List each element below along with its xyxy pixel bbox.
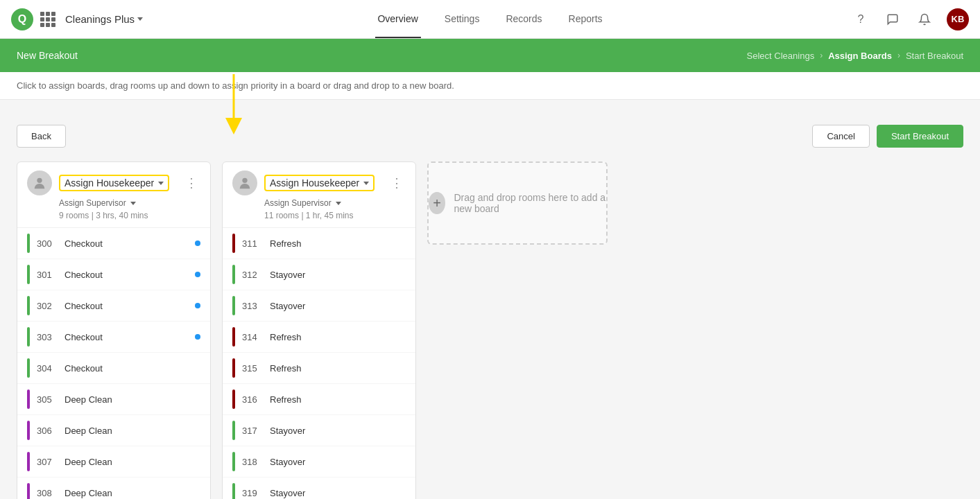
room-color-bar: [27, 452, 30, 471]
room-type: Refresh: [270, 238, 406, 249]
room-number: 311: [242, 238, 263, 249]
message-icon[interactable]: [883, 10, 902, 29]
room-type: Checkout: [65, 270, 188, 280]
room-number: 313: [242, 301, 263, 311]
room-type: Checkout: [65, 238, 188, 249]
dot-indicator: [195, 334, 200, 340]
board-1-room-item[interactable]: 306 Deep Clean: [17, 415, 210, 446]
board-1-room-item[interactable]: 307 Deep Clean: [17, 446, 210, 478]
breadcrumb-assign-boards[interactable]: Assign Boards: [828, 51, 892, 61]
board-1-room-item[interactable]: 300 Checkout: [17, 228, 210, 259]
room-number: 304: [37, 363, 58, 374]
board-2-room-item[interactable]: 316 Refresh: [223, 384, 415, 415]
board-2-room-item[interactable]: 318 Stayover: [223, 446, 415, 478]
room-type: Checkout: [65, 301, 188, 311]
svg-point-2: [37, 178, 42, 183]
top-nav: Q Cleanings Plus Overview Settings Recor…: [0, 0, 980, 39]
board-1-housekeeper-btn[interactable]: Assign Housekeeper: [59, 175, 169, 191]
room-type: Deep Clean: [65, 426, 200, 436]
room-number: 300: [37, 238, 58, 249]
room-type: Refresh: [270, 394, 406, 405]
tab-settings[interactable]: Settings: [442, 1, 483, 38]
room-type: Stayover: [270, 426, 406, 436]
tab-reports[interactable]: Reports: [566, 1, 605, 38]
room-number: 302: [37, 301, 58, 311]
room-type: Deep Clean: [65, 457, 200, 467]
board-1-room-item[interactable]: 302 Checkout: [17, 290, 210, 322]
board-1-housekeeper-row: Assign Housekeeper: [27, 170, 182, 195]
app-name[interactable]: Cleanings Plus: [65, 13, 143, 25]
new-board-placeholder[interactable]: + Drag and drop rooms here to add a new …: [427, 161, 608, 245]
main-content: Back Cancel Start Breakout A: [0, 100, 980, 499]
room-type: Deep Clean: [65, 488, 200, 498]
back-button[interactable]: Back: [17, 125, 66, 148]
board-1-room-item[interactable]: 305 Deep Clean: [17, 384, 210, 415]
board-2-room-item[interactable]: 315 Refresh: [223, 353, 415, 384]
board-1-housekeeper-chevron: [158, 182, 164, 185]
action-bar: Back Cancel Start Breakout: [17, 125, 963, 148]
logo: Q: [11, 8, 33, 30]
room-color-bar: [232, 358, 235, 378]
breadcrumb-start-breakout[interactable]: Start Breakout: [906, 51, 963, 61]
room-type: Stayover: [270, 457, 406, 467]
board-1-room-item[interactable]: 304 Checkout: [17, 353, 210, 384]
help-icon[interactable]: ?: [851, 10, 870, 29]
room-number: 306: [37, 426, 58, 436]
board-1-room-item[interactable]: 301 Checkout: [17, 259, 210, 290]
breadcrumb-steps: Select Cleanings › Assign Boards › Start…: [747, 51, 963, 61]
arrow-annotation: [220, 74, 248, 137]
board-1-supervisor-row[interactable]: Assign Supervisor: [59, 198, 200, 208]
dot-indicator: [195, 272, 200, 277]
room-number: 301: [37, 270, 58, 280]
svg-point-3: [242, 178, 247, 183]
board-2-room-list: 311 Refresh 312 Stayover 313 Stayover 31…: [223, 227, 415, 499]
room-number: 317: [242, 426, 263, 436]
board-2-room-item[interactable]: 317 Stayover: [223, 415, 415, 446]
room-color-bar: [27, 358, 30, 378]
notification-icon[interactable]: [915, 10, 934, 29]
board-2-room-item[interactable]: 313 Stayover: [223, 290, 415, 322]
start-breakout-button[interactable]: Start Breakout: [877, 125, 963, 148]
tab-records[interactable]: Records: [503, 1, 544, 38]
board-1-more-btn[interactable]: ⋮: [182, 173, 200, 193]
board-1-room-list: 300 Checkout 301 Checkout 302 Checkout 3…: [17, 227, 210, 499]
board-1-room-item[interactable]: 308 Deep Clean: [17, 478, 210, 499]
room-color-bar: [232, 389, 235, 409]
room-color-bar: [27, 483, 30, 499]
room-number: 312: [242, 270, 263, 280]
breadcrumb-select-cleanings[interactable]: Select Cleanings: [747, 51, 815, 61]
cancel-button[interactable]: Cancel: [812, 125, 869, 148]
room-type: Stayover: [270, 488, 406, 498]
board-1-room-item[interactable]: 303 Checkout: [17, 322, 210, 353]
board-2-supervisor-row[interactable]: Assign Supervisor: [264, 198, 406, 208]
board-2-more-btn[interactable]: ⋮: [388, 173, 406, 193]
nav-right: ? KB: [851, 8, 969, 30]
board-2-room-item[interactable]: 319 Stayover: [223, 478, 415, 499]
dot-indicator: [195, 303, 200, 308]
board-2-room-item[interactable]: 312 Stayover: [223, 259, 415, 290]
breadcrumb-bar: New Breakout Select Cleanings › Assign B…: [0, 39, 980, 72]
room-number: 307: [37, 457, 58, 467]
room-color-bar: [232, 421, 235, 440]
tab-overview[interactable]: Overview: [375, 1, 420, 38]
room-number: 319: [242, 488, 263, 498]
app-name-chevron: [137, 17, 143, 21]
board-2-room-item[interactable]: 314 Refresh: [223, 322, 415, 353]
board-2-room-item[interactable]: 311 Refresh: [223, 228, 415, 259]
board-1-supervisor-chevron: [130, 202, 136, 205]
grid-icon[interactable]: [40, 12, 55, 27]
action-right: Cancel Start Breakout: [812, 125, 963, 148]
user-avatar[interactable]: KB: [947, 8, 969, 30]
board-2-housekeeper-btn[interactable]: Assign Housekeeper: [264, 175, 375, 191]
dot-indicator: [195, 240, 200, 246]
room-number: 308: [37, 488, 58, 498]
board-1-avatar: [27, 170, 52, 195]
room-color-bar: [232, 327, 235, 347]
nav-left: Q Cleanings Plus: [11, 8, 143, 30]
room-type: Refresh: [270, 363, 406, 374]
board-2-housekeeper-row: Assign Housekeeper: [232, 170, 388, 195]
room-color-bar: [27, 327, 30, 347]
room-number: 315: [242, 363, 263, 374]
room-number: 303: [37, 332, 58, 342]
room-color-bar: [232, 265, 235, 284]
